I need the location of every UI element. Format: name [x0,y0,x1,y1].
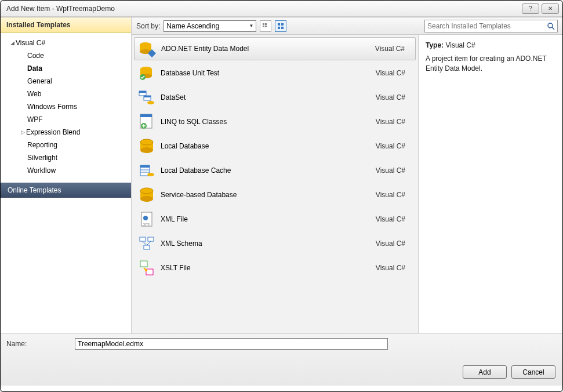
view-medium-icons-button[interactable] [275,20,286,32]
template-item-lang: Visual C# [375,45,409,53]
template-list[interactable]: ADO.NET Entity Data ModelVisual C#Databa… [132,35,419,333]
dbtest-icon [137,64,156,82]
main-panel: Sort by: Name Ascending ▼ ADO.NET Entity… [132,17,562,333]
add-button[interactable]: Add [463,365,507,379]
svg-text:xml: xml [143,222,150,226]
tree-label: Code [27,50,44,61]
svg-rect-31 [140,165,150,168]
tree-label: Silverlight [27,153,57,163]
svg-rect-2 [263,26,264,27]
xsd-icon [137,234,156,253]
sort-by-label: Sort by: [136,22,160,30]
installed-templates-header[interactable]: Installed Templates [1,17,131,33]
svg-rect-44 [144,245,150,249]
search-icon [544,22,555,30]
template-item[interactable]: Local DatabaseVisual C# [134,135,416,158]
bottom-area: Name: Add Cancel [1,333,562,386]
svg-rect-1 [265,23,267,25]
tree-node[interactable]: Code [27,49,131,62]
template-item[interactable]: ADO.NET Entity Data ModelVisual C# [134,37,416,60]
template-item[interactable]: XML SchemaVisual C# [134,232,416,255]
view-small-icons-button[interactable] [260,20,271,32]
dbcache-icon [137,161,156,180]
expand-arrow-icon: ◢ [9,38,16,48]
detail-type-row: Type: Visual C# [426,41,555,50]
svg-point-8 [548,23,553,28]
svg-rect-20 [139,91,146,93]
db-icon [137,137,156,155]
svg-rect-21 [144,96,151,97]
template-item-lang: Visual C# [376,118,410,126]
template-item[interactable]: XSLT FileVisual C# [134,256,416,280]
name-label: Name: [6,340,70,348]
template-item-name: XML Schema [161,239,371,248]
svg-rect-43 [148,237,154,241]
dialog-content: Installed Templates ◢ Visual C# CodeData… [1,17,562,333]
template-item-name: XSLT File [161,264,371,272]
tree-node[interactable]: Reporting [27,139,131,151]
name-input[interactable] [75,338,388,350]
svg-point-28 [140,147,153,153]
detail-description: A project item for creating an ADO.NET E… [426,54,555,74]
help-button[interactable]: ? [522,3,539,14]
template-item[interactable]: Database Unit TestVisual C# [134,61,416,85]
main-body: ADO.NET Entity Data ModelVisual C#Databa… [132,35,562,333]
name-row: Name: [1,334,562,354]
template-sidebar: Installed Templates ◢ Visual C# CodeData… [1,17,132,333]
type-value: Visual C# [445,41,475,49]
template-tree: ◢ Visual C# CodeDataGeneralWebWindows Fo… [1,33,131,183]
tree-label: Data [27,63,42,74]
svg-line-45 [143,241,147,245]
template-item-lang: Visual C# [376,191,410,199]
template-item-name: XML File [161,215,371,223]
tree-node[interactable]: ▷Expression Blend [27,126,131,139]
template-item[interactable]: LINQ to SQL ClassesVisual C# [134,110,416,133]
svg-line-9 [552,27,554,30]
template-item-lang: Visual C# [376,239,410,248]
search-input[interactable] [427,22,544,30]
tree-node[interactable]: Windows Forms [27,100,131,113]
svg-rect-6 [278,27,280,29]
button-row: Add Cancel [1,354,562,386]
svg-point-40 [143,216,148,220]
svg-rect-0 [263,23,264,25]
sort-by-dropdown[interactable]: Name Ascending ▼ [164,20,256,32]
template-item-name: Service-based Database [161,191,371,199]
toolbar: Sort by: Name Ascending ▼ [132,17,562,35]
tree-label: Windows Forms [27,101,77,112]
template-item[interactable]: Service-based DatabaseVisual C# [134,183,416,206]
tree-node[interactable]: WPF [27,113,131,126]
xml-icon: xml [137,210,156,228]
svg-rect-4 [278,23,280,26]
search-box[interactable] [424,20,558,32]
sort-by-value: Name Ascending [166,22,219,30]
svg-point-22 [147,101,154,104]
template-item-lang: Visual C# [376,264,410,272]
entity-icon [138,39,157,58]
template-item-lang: Visual C# [376,69,410,77]
tree-node[interactable]: Data [27,62,131,75]
online-templates-header[interactable]: Online Templates [1,183,131,198]
svg-line-46 [147,241,151,245]
cancel-button[interactable]: Cancel [511,365,555,379]
chevron-down-icon: ▼ [249,23,253,28]
tree-node[interactable]: Workflow [27,164,131,177]
tree-node[interactable]: General [27,75,131,88]
tree-node-visual-csharp[interactable]: ◢ Visual C# [9,37,131,49]
template-item-lang: Visual C# [376,142,410,150]
close-button[interactable]: ✕ [542,3,559,14]
template-item-name: LINQ to SQL Classes [161,118,371,126]
template-item[interactable]: xmlXML FileVisual C# [134,208,416,231]
svg-rect-47 [140,261,147,267]
tree-label: Expression Blend [26,127,80,137]
tree-label: Visual C# [16,38,45,48]
template-item-lang: Visual C# [376,93,410,101]
tree-label: General [27,76,52,86]
template-item[interactable]: Local Database CacheVisual C# [134,159,416,182]
db-icon [137,186,156,204]
window-title: Add New Item - WpfTreemapDemo [6,5,520,13]
template-item[interactable]: DataSetVisual C# [134,86,416,109]
title-bar: Add New Item - WpfTreemapDemo ? ✕ [1,1,562,17]
tree-node[interactable]: Web [27,88,131,100]
tree-node[interactable]: Silverlight [27,151,131,164]
